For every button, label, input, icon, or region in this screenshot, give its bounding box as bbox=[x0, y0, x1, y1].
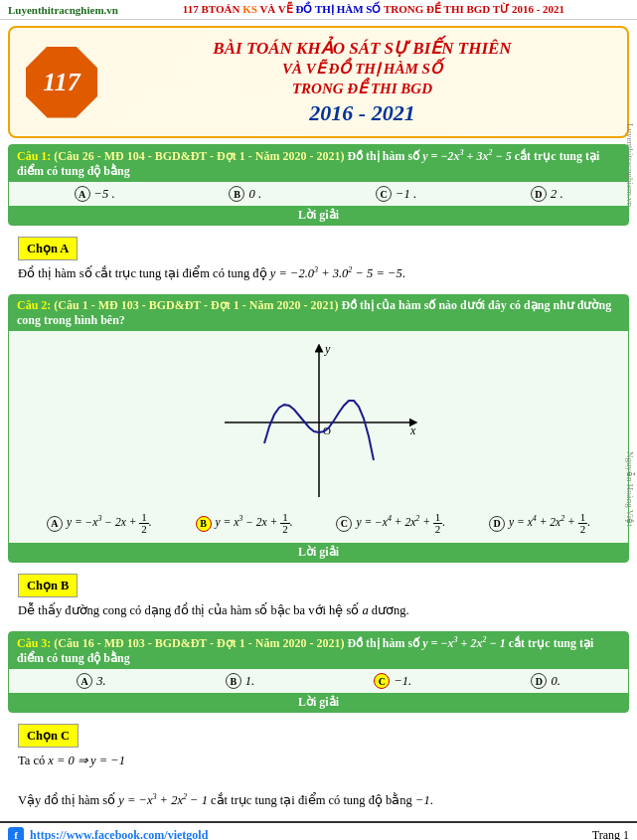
q3-loi-giai-bar: Lời giải bbox=[9, 693, 628, 712]
q1-optC[interactable]: C −1 . bbox=[376, 186, 416, 202]
q3-optB[interactable]: B 1. bbox=[226, 673, 254, 689]
q3-optA-circle: A bbox=[77, 673, 92, 689]
q3-optA[interactable]: A 3. bbox=[77, 673, 105, 689]
q3-sol1: Ta có x = 0 ⇒ y = −1 bbox=[18, 754, 125, 767]
q1-solution: Chọn A Đồ thị hàm số cắt trục tung tại đ… bbox=[8, 232, 629, 288]
question-1-block: Câu 1: (Câu 26 - MĐ 104 - BGD&ĐT - Đợt 1… bbox=[8, 144, 629, 226]
q2-chon: Chọn B bbox=[18, 574, 78, 597]
q1-num: Câu 1: bbox=[17, 149, 51, 163]
hero-line2: VÀ VẼ ĐỒ THỊ HÀM SỐ bbox=[113, 60, 611, 80]
q2-content: x y O A y = −x3 − 2x + 12. B y = x3 − 2x… bbox=[9, 331, 628, 543]
top-bar: Luyenthitracnghiem.vn 117 BTOÁN KS VÀ VẼ… bbox=[0, 0, 637, 20]
hero-text: BÀI TOÁN KHẢO SÁT SỰ BIẾN THIÊN VÀ VẼ ĐỒ… bbox=[113, 38, 611, 126]
header-title: 117 BTOÁN KS VÀ VẼ ĐỒ THỊ HÀM SỐ TRONG Đ… bbox=[118, 3, 629, 16]
q1-optC-text: −1 . bbox=[396, 187, 416, 202]
q3-optD-circle: D bbox=[531, 673, 547, 689]
q2-sol-text: Dễ thấy đường cong có dạng đồ thị của hà… bbox=[18, 603, 409, 617]
q3-optC[interactable]: C −1. bbox=[374, 673, 411, 689]
svg-text:y: y bbox=[324, 343, 331, 356]
q3-optD[interactable]: D 0. bbox=[531, 673, 559, 689]
q3-chon: Chọn C bbox=[18, 724, 79, 748]
q1-optC-circle: C bbox=[376, 186, 392, 202]
q2-solution: Chọn B Dễ thấy đường cong có dạng đồ thị… bbox=[8, 569, 629, 625]
watermark-1: Luyenthitracnghiem.vn bbox=[623, 119, 637, 211]
q2-options: A y = −x3 − 2x + 12. B y = x3 − 2x + 12.… bbox=[19, 508, 618, 539]
q1-optD-text: 2 . bbox=[551, 187, 563, 202]
q2-source: (Câu 1 - MĐ 103 - BGD&ĐT - Đợt 1 - Năm 2… bbox=[54, 298, 338, 312]
q2-num: Câu 2: bbox=[17, 298, 51, 312]
q2-optC-text: y = −x4 + 2x2 + 12. bbox=[356, 512, 445, 535]
q2-optD-text: y = x4 + 2x2 + 12. bbox=[509, 512, 590, 535]
q3-optA-text: 3. bbox=[96, 674, 105, 689]
q2-optC[interactable]: C y = −x4 + 2x2 + 12. bbox=[336, 512, 445, 535]
hero-line3: TRONG ĐỀ THI BGD bbox=[113, 80, 611, 99]
svg-text:x: x bbox=[409, 423, 416, 437]
hero-line1: BÀI TOÁN KHẢO SÁT SỰ BIẾN THIÊN bbox=[113, 38, 611, 60]
q3-optD-text: 0. bbox=[551, 674, 559, 689]
footer: f https://www.facebook.com/vietgold Tran… bbox=[0, 821, 637, 840]
q2-optB-text: y = x3 − 2x + 12. bbox=[216, 512, 293, 535]
q2-optA-text: y = −x3 − 2x + 12. bbox=[67, 512, 152, 535]
q2-optD-circle: D bbox=[489, 516, 505, 532]
q1-optA-text: −5 . bbox=[94, 187, 115, 202]
hero-badge: 117 bbox=[26, 47, 97, 118]
q2-loi-giai-bar: Lời giải bbox=[9, 543, 628, 562]
watermark-2: Nguyễn Hoàng Việt bbox=[623, 447, 637, 531]
hero-section: 117 BÀI TOÁN KHẢO SÁT SỰ BIẾN THIÊN VÀ V… bbox=[8, 26, 629, 138]
q1-loi-giai-bar: Lời giải bbox=[9, 206, 628, 225]
footer-fb[interactable]: f https://www.facebook.com/vietgold bbox=[8, 827, 208, 840]
q1-optB-text: 0 . bbox=[248, 187, 261, 202]
q3-source: (Câu 16 - MĐ 103 - BGD&ĐT - Đợt 1 - Năm … bbox=[54, 636, 344, 650]
q2-svg: x y O bbox=[220, 343, 418, 502]
q1-sol-text: Đồ thị hàm số cắt trục tung tại điểm có … bbox=[18, 266, 405, 280]
q3-optB-circle: B bbox=[226, 673, 241, 689]
q3-num: Câu 3: bbox=[17, 636, 51, 650]
q1-optB-circle: B bbox=[229, 186, 244, 202]
question-3-block: Câu 3: (Câu 16 - MĐ 103 - BGD&ĐT - Đợt 1… bbox=[8, 631, 629, 713]
question-2-header: Câu 2: (Câu 1 - MĐ 103 - BGD&ĐT - Đợt 1 … bbox=[9, 295, 628, 331]
site-left: Luyenthitracnghiem.vn bbox=[8, 4, 118, 16]
q1-optB[interactable]: B 0 . bbox=[229, 186, 261, 202]
question-1-header: Câu 1: (Câu 26 - MĐ 104 - BGD&ĐT - Đợt 1… bbox=[9, 145, 628, 182]
hero-year: 2016 - 2021 bbox=[113, 100, 611, 126]
q2-graph: x y O bbox=[19, 343, 618, 502]
q3-options: A 3. B 1. C −1. D 0. bbox=[9, 669, 628, 693]
question-2-block: Câu 2: (Câu 1 - MĐ 103 - BGD&ĐT - Đợt 1 … bbox=[8, 294, 629, 563]
q2-optA[interactable]: A y = −x3 − 2x + 12. bbox=[47, 512, 152, 535]
q2-optB[interactable]: B y = x3 − 2x + 12. bbox=[196, 512, 293, 535]
q2-optC-circle: C bbox=[336, 516, 352, 532]
q1-optD[interactable]: D 2 . bbox=[531, 186, 563, 202]
q3-solution: Chọn C Ta có x = 0 ⇒ y = −1 Vậy đồ thị h… bbox=[8, 719, 629, 815]
q1-source: (Câu 26 - MĐ 104 - BGD&ĐT - Đợt 1 - Năm … bbox=[54, 149, 344, 163]
question-3-header: Câu 3: (Câu 16 - MĐ 103 - BGD&ĐT - Đợt 1… bbox=[9, 632, 628, 669]
q1-chon: Chọn A bbox=[18, 237, 78, 260]
q1-optA-circle: A bbox=[75, 186, 90, 202]
q3-optC-text: −1. bbox=[394, 674, 411, 689]
q3-optC-circle: C bbox=[374, 673, 390, 689]
q1-optA[interactable]: A −5 . bbox=[75, 186, 115, 202]
footer-page: Trang 1 bbox=[592, 828, 629, 840]
q1-options: A −5 . B 0 . C −1 . D 2 . bbox=[9, 182, 628, 206]
q3-sol2: Vậy đồ thị hàm số y = −x3 + 2x2 − 1 cắt … bbox=[18, 793, 433, 807]
footer-fb-link[interactable]: https://www.facebook.com/vietgold bbox=[30, 828, 208, 840]
facebook-icon: f bbox=[8, 827, 24, 840]
q1-optD-circle: D bbox=[531, 186, 547, 202]
q2-optD[interactable]: D y = x4 + 2x2 + 12. bbox=[489, 512, 590, 535]
q2-optA-circle: A bbox=[47, 516, 63, 532]
q3-optB-text: 1. bbox=[245, 674, 254, 689]
q2-optB-circle: B bbox=[196, 516, 212, 532]
